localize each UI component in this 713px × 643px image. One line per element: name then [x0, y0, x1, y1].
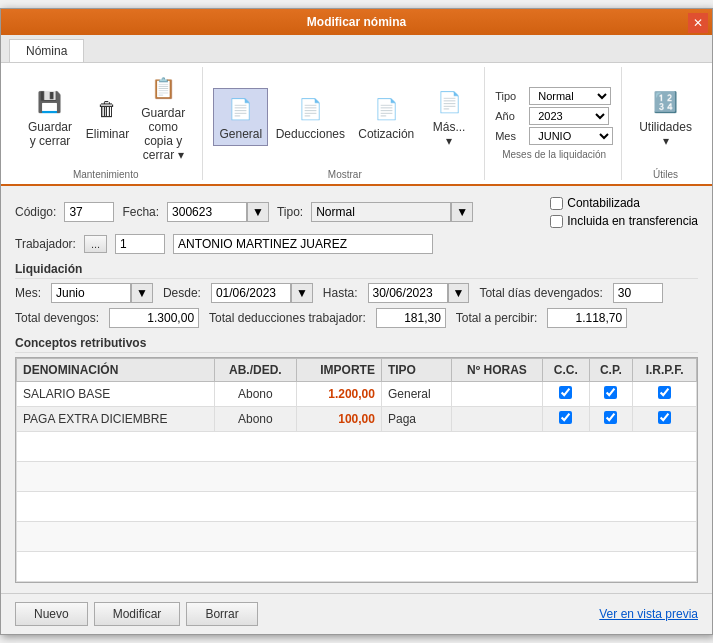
transferencia-row: Incluida en transferencia	[550, 214, 698, 228]
cp-checkbox-0[interactable]	[604, 386, 617, 399]
col-horas: Nº HORAS	[451, 359, 542, 382]
fecha-input[interactable]	[167, 202, 247, 222]
transferencia-checkbox[interactable]	[550, 215, 563, 228]
fecha-dropdown-button[interactable]: ▼	[247, 202, 269, 222]
table-row-empty	[17, 492, 697, 522]
hasta-label: Hasta:	[323, 286, 358, 300]
dias-input[interactable]	[613, 283, 663, 303]
trabajador-name-input[interactable]	[173, 234, 433, 254]
footer: Nuevo Modificar Borrar Ver en vista prev…	[1, 593, 712, 634]
anio-ribbon-label: Año	[495, 110, 525, 122]
tipo-dropdown-button[interactable]: ▼	[451, 202, 473, 222]
nuevo-button[interactable]: Nuevo	[15, 602, 88, 626]
irpf-cell-0	[633, 382, 697, 407]
mas-icon: 📄	[433, 86, 465, 118]
importe-cell-1: 100,00	[297, 407, 382, 432]
tipo-ribbon-select[interactable]: Normal Extra Fin de año	[529, 87, 611, 105]
transferencia-label: Incluida en transferencia	[567, 214, 698, 228]
desde-input[interactable]	[211, 283, 291, 303]
cp-cell-1	[589, 407, 633, 432]
tipo-ribbon-label: Tipo	[495, 90, 525, 102]
mes-ribbon-select[interactable]: JUNIO ENERO FEBRERO	[529, 127, 613, 145]
dias-label: Total días devengados:	[479, 286, 602, 300]
total-percibir-input[interactable]	[547, 308, 627, 328]
ribbon-group-utiles: 🔢 Utilidades ▾ Útiles	[624, 67, 707, 180]
total-devengos-input[interactable]	[109, 308, 199, 328]
col-irpf: I.R.P.F.	[633, 359, 697, 382]
eliminar-button[interactable]: 🗑 Eliminar	[85, 88, 130, 146]
mostrar-label: Mostrar	[328, 169, 362, 180]
cc-checkbox-1[interactable]	[559, 411, 572, 424]
checkboxes-right: Contabilizada Incluida en transferencia	[550, 196, 698, 228]
utiles-label: Útiles	[653, 169, 678, 180]
window-title: Modificar nómina	[307, 15, 406, 29]
borrar-button[interactable]: Borrar	[186, 602, 257, 626]
col-denominacion: DENOMINACIÓN	[17, 359, 215, 382]
top-form-row: Código: Fecha: ▼ Tipo: ▼ Contabilizada I…	[15, 196, 698, 228]
guardar-cerrar-button[interactable]: 💾 Guardar y cerrar	[17, 81, 83, 153]
deducciones-icon: 📄	[294, 93, 326, 125]
main-window: Modificar nómina ✕ Nómina 💾 Guardar y ce…	[0, 8, 713, 635]
total-deducciones-input[interactable]	[376, 308, 446, 328]
table-header-row: DENOMINACIÓN AB./DED. IMPORTE TIPO Nº HO…	[17, 359, 697, 382]
desde-label: Desde:	[163, 286, 201, 300]
liquidacion-title: Liquidación	[15, 262, 698, 279]
cp-checkbox-1[interactable]	[604, 411, 617, 424]
importe-cell-0: 1.200,00	[297, 382, 382, 407]
anio-ribbon-select[interactable]: 2023 2022 2024	[529, 107, 609, 125]
table-row: PAGA EXTRA DICIEMBRE Abono 100,00 Paga	[17, 407, 697, 432]
horas-cell-0	[451, 382, 542, 407]
contabilizada-label: Contabilizada	[567, 196, 640, 210]
hasta-dropdown-button[interactable]: ▼	[448, 283, 470, 303]
codigo-label: Código:	[15, 205, 56, 219]
general-icon: 📄	[225, 93, 257, 125]
col-cp: C.P.	[589, 359, 633, 382]
deducciones-button[interactable]: 📄 Deducciones	[270, 88, 350, 146]
mes-input[interactable]	[51, 283, 131, 303]
conceptos-table: DENOMINACIÓN AB./DED. IMPORTE TIPO Nº HO…	[16, 358, 697, 582]
utilidades-button[interactable]: 🔢 Utilidades ▾	[632, 81, 699, 153]
conceptos-table-container: DENOMINACIÓN AB./DED. IMPORTE TIPO Nº HO…	[15, 357, 698, 583]
total-devengos-label: Total devengos:	[15, 311, 99, 325]
title-bar: Modificar nómina ✕	[1, 9, 712, 35]
guardar-copia-button[interactable]: 📋 Guardar comocopia y cerrar ▾	[132, 67, 194, 167]
irpf-cell-1	[633, 407, 697, 432]
col-ab-ded: AB./DED.	[214, 359, 296, 382]
cc-checkbox-0[interactable]	[559, 386, 572, 399]
save-icon: 💾	[34, 86, 66, 118]
mas-button[interactable]: 📄 Más... ▾	[422, 81, 476, 153]
preview-link[interactable]: Ver en vista previa	[599, 607, 698, 621]
mantenimiento-label: Mantenimiento	[73, 169, 139, 180]
ab-ded-cell-0: Abono	[214, 382, 296, 407]
cotizacion-button[interactable]: 📄 Cotización	[353, 88, 421, 146]
anio-row: Año 2023 2022 2024	[495, 107, 613, 125]
content-area: Código: Fecha: ▼ Tipo: ▼ Contabilizada I…	[1, 186, 712, 593]
conceptos-title: Conceptos retributivos	[15, 336, 698, 353]
ribbon-group-meses: Tipo Normal Extra Fin de año Año 2023 20…	[487, 67, 622, 180]
modificar-button[interactable]: Modificar	[94, 602, 181, 626]
ribbon-mantenimiento-buttons: 💾 Guardar y cerrar 🗑 Eliminar 📋 Guardar …	[17, 67, 194, 167]
contabilizada-row: Contabilizada	[550, 196, 698, 210]
trabajador-button[interactable]: ...	[84, 235, 107, 253]
general-button[interactable]: 📄 General	[213, 88, 268, 146]
contabilizada-checkbox[interactable]	[550, 197, 563, 210]
cotizacion-icon: 📄	[370, 93, 402, 125]
irpf-checkbox-0[interactable]	[658, 386, 671, 399]
footer-buttons: Nuevo Modificar Borrar	[15, 602, 258, 626]
hasta-input[interactable]	[368, 283, 448, 303]
denominacion-cell-0: SALARIO BASE	[17, 382, 215, 407]
mes-ribbon-row: Mes JUNIO ENERO FEBRERO	[495, 127, 613, 145]
trabajador-label: Trabajador:	[15, 237, 76, 251]
desde-dropdown-button[interactable]: ▼	[291, 283, 313, 303]
close-button[interactable]: ✕	[688, 13, 708, 33]
trabajador-id-input[interactable]	[115, 234, 165, 254]
tipo-cell-0: General	[381, 382, 451, 407]
ribbon-mostrar-buttons: 📄 General 📄 Deducciones 📄 Cotización 📄 M…	[213, 67, 476, 167]
mes-dropdown-button[interactable]: ▼	[131, 283, 153, 303]
irpf-checkbox-1[interactable]	[658, 411, 671, 424]
mes-ribbon-label: Mes	[495, 130, 525, 142]
codigo-input[interactable]	[64, 202, 114, 222]
tab-nomina[interactable]: Nómina	[9, 39, 84, 62]
ribbon-utiles-buttons: 🔢 Utilidades ▾	[632, 67, 699, 167]
mes-label: Mes:	[15, 286, 41, 300]
